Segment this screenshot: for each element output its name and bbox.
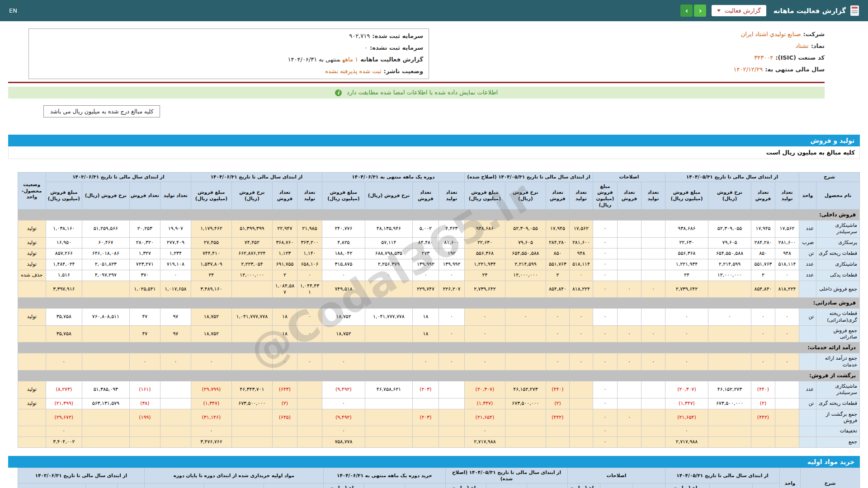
column-group-header: خرید دوره یک ماهه منتهی به ۱۴۰۴/۰۶/۳۱ [323,468,445,483]
table-row: پرسکاریضرب۲۸۱,۶۰۰۲۸۴,۲۸۰۷۹,۶۰۵۲۲,۶۳۰۰۲۸۱… [18,237,859,248]
table-cell: ۲۴۰,۷۷۶ [322,221,365,238]
info-value: ۱۴۰۲/۱۲/۲۹ [734,66,763,73]
table-cell: ۲۲۹,۷۴۷ [412,281,439,298]
table-cell: ۱۸ [272,309,297,326]
table-cell [641,237,665,248]
table-cell: (۲۹,۶۷۲) [46,409,82,426]
table-cell: ۱۹,۹۰۷ [160,221,191,238]
table-cell [160,409,191,426]
table-cell: عدد [799,270,816,281]
report-type-dropdown[interactable]: گزارش فعالیت [712,5,766,16]
column-header: مبلغ فروش (میلیون ریال) [665,182,708,210]
column-header: تعداد فروش [129,182,160,210]
table-cell [569,426,593,437]
table-cell: ۳۶۳,۲۰۰ [297,237,322,248]
column-group-header: مواد اولیه خریداری شده از ابتدای دوره تا… [144,468,323,483]
table-cell: ۱,۲۲۱,۹۳۴ [665,259,708,270]
table-cell: (۲۰۳) [412,381,439,398]
table-cell [617,309,641,326]
previous-report-button[interactable]: ‹ [680,5,693,17]
table-cell: ۱۲,۰۰۰,۰۰۰ [505,270,546,281]
table-cell [18,426,46,437]
info-row: گزارش فعالیت ماهانه۱ ماههمنتهی به ۱۴۰۴/۰… [34,54,423,66]
table-cell: ۱,۰۴۱,۷۷۷,۷۷۸ [365,309,412,326]
table-cell: ۲۲,۹۴۷ [272,221,297,238]
table-cell: ۶۴۶,۰۱۸,۰۸۶ [82,248,129,259]
table-cell: ۱۸ [412,309,439,326]
company-info: شرکت:صنايع توليدي اشتاد ايراننماد:تشتادک… [8,21,860,81]
table-cell: ۰ [322,398,365,409]
table-cell: حذف شده [18,270,46,281]
column-group-header: شرح [799,173,860,182]
next-report-button[interactable]: › [694,5,706,17]
table-cell: ۰ [593,221,617,238]
column-group-header: از ابتدای سال مالی تا تاریخ ۱۴۰۴/۰۵/۳۱ [665,173,799,182]
table-cell: ۶۹۱,۷۵۵ [272,259,297,270]
table-cell: ۸۱,۶۰۰ [439,237,464,248]
table-cell: قطعات ریخته گری [816,398,860,409]
table-cell: ۰ [593,398,617,409]
column-header: مبلغ فروش (میلیون ریال) [593,182,617,210]
table-cell: تن [799,309,816,326]
table-cell [160,437,191,448]
table-cell: ۰ [546,325,569,343]
table-cell: ۱۷,۵۶۲ [569,221,593,238]
table-cell: (۹,۴۹۲) [322,409,365,426]
table-cell: ۴۶,۷۵۸,۶۲۱ [365,381,412,398]
table-cell [641,259,665,270]
table-cell: ۰ [439,270,464,281]
table-cell: ۲ [272,270,297,281]
info-value: ۳۴۳۰۰۴ [754,54,773,61]
table-cell: (۲) [546,398,569,409]
table-cell: ۰ [439,353,464,371]
info-label: سرمایه ثبت شده: [372,33,423,39]
table-cell: ۱۸ [272,325,297,343]
table-cell: ۳,۴۸۹,۱۶۰ [191,281,231,298]
info-label: وضعیت ناشر: [384,68,423,75]
table-cell: ۰ [593,381,617,398]
column-header: مبلغ فروش (میلیون ریال) [322,182,365,210]
table-cell: ۵۱,۲۵۹,۵۶۶ [82,221,129,238]
table-cell: ۵۵۱,۷۶۳ [751,259,775,270]
table-cell [297,381,322,398]
table-cell: ۰ [641,325,665,343]
column-header: تعداد فروش [412,182,439,210]
table-cell: (۲۱,۳۹۹) [46,398,82,409]
table-cell [365,409,412,426]
table-cell: ۶۰,۴۶۷ [82,237,129,248]
language-toggle[interactable]: EN [9,7,17,14]
table-cell: ۰ [322,353,365,371]
table-cell: (۴۴۲) [546,409,569,426]
total-row: جمع درآمد ارائه خدمات۰۰۰۰۰۰۰۰۰۰۰۰۰۰۰۰۰۰ [18,353,859,371]
table-cell [365,281,412,298]
column-header: تعداد فروش [546,182,569,210]
table-cell: ۲,۷۱۷,۹۸۸ [665,437,708,448]
table-cell [231,426,272,437]
column-header: نرخ فروش (ریال) [365,182,412,210]
table-cell: ۱,۰۴۱,۷۷۷,۷۷۸ [231,309,272,326]
table-cell [569,409,593,426]
table-cell: عدد [799,221,816,238]
column-header: تعداد تولید [641,182,665,210]
table-cell: ۰ [593,237,617,248]
table-cell: ۱۸,۷۵۲ [322,325,365,343]
table-cell [297,426,322,437]
table-cell: ۸۱۸,۲۲۴ [775,281,799,298]
table-cell: ۲۲,۶۳۰ [665,237,708,248]
table-cell: ۲۷۷,۴۰۹ [160,237,191,248]
table-cell: ۰ [775,270,799,281]
column-header: مقدار [117,483,144,488]
column-header: مبلغ فروش (میلیون ریال) [464,182,505,210]
production-sales-table: شرحاز ابتدای سال مالی تا تاریخ ۱۴۰۴/۰۵/۳… [18,172,860,448]
table-cell: جمع درآمد ارائه خدمات [816,353,860,371]
table-cell: ۴۷ [129,309,160,326]
column-header: واحد [799,182,816,210]
table-cell [569,398,593,409]
column-header: مقدار [264,483,323,488]
table-cell: ۰ [439,309,464,326]
table-cell: قطعات یدکی [816,270,860,281]
report-type-label: گزارش فعالیت [724,7,760,14]
table-cell [231,325,272,343]
table-cell: ۲۸۴,۲۸۰ [751,237,775,248]
section-materials: خرید مواد اولیه [8,456,860,468]
